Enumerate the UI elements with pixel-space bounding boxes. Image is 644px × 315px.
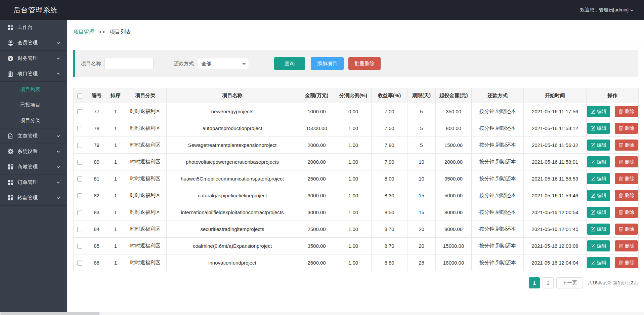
sidebar-item-order[interactable]: 订单管理 bbox=[0, 175, 67, 190]
cell-amount: 2600.00 bbox=[298, 254, 335, 271]
column-header: 操作 bbox=[587, 88, 639, 103]
delete-button[interactable]: 删除 bbox=[615, 224, 638, 235]
chevron-down-icon bbox=[56, 149, 60, 154]
cell-actions: 编辑 删除 bbox=[587, 221, 639, 238]
chevron-down-icon bbox=[56, 165, 60, 169]
header-checkbox-cell bbox=[74, 88, 86, 103]
page-button-2[interactable]: 2 bbox=[543, 277, 554, 288]
pencil-square-icon bbox=[591, 227, 595, 232]
row-checkbox[interactable] bbox=[77, 193, 82, 198]
main-content: 项目管理 >> 项目列表 项目名称 还款方式 全部 查询 添加项目 批量删除 bbox=[67, 20, 644, 315]
column-header: 分润比例(%) bbox=[335, 88, 372, 103]
row-checkbox[interactable] bbox=[77, 160, 82, 165]
edit-button[interactable]: 编辑 bbox=[587, 240, 610, 251]
edit-button[interactable]: 编辑 bbox=[587, 173, 610, 184]
sidebar-item-project[interactable]: 项目管理 bbox=[0, 66, 67, 82]
query-button[interactable]: 查询 bbox=[274, 57, 305, 70]
cell-category: 时时返福利区 bbox=[124, 187, 167, 204]
sidebar-item-mall[interactable]: 商城管理 bbox=[0, 159, 67, 175]
breadcrumb-parent-link[interactable]: 项目管理 bbox=[73, 29, 95, 36]
cell-actions: 编辑 删除 bbox=[587, 187, 639, 204]
table-row: 85 1 时时返福利区 coalmine(0.6mt/a)Expansionpr… bbox=[74, 238, 639, 254]
cell-id: 82 bbox=[86, 187, 107, 204]
edit-button[interactable]: 编辑 bbox=[587, 207, 610, 218]
sidebar-item-finance[interactable]: ¥财务管理 bbox=[0, 51, 67, 66]
cell-project-name: newenergyprojects bbox=[167, 103, 298, 120]
repay-method-select[interactable]: 全部 bbox=[198, 58, 249, 69]
project-name-input[interactable] bbox=[104, 58, 154, 69]
horizontal-scrollbar-thumb[interactable] bbox=[0, 312, 100, 315]
page-button-1[interactable]: 1 bbox=[529, 277, 540, 288]
delete-button[interactable]: 删除 bbox=[615, 123, 638, 134]
table-row: 81 1 时时返福利区 huawei5Gmobilecommunications… bbox=[74, 170, 639, 187]
sidebar-item-wheel[interactable]: 转盘管理 bbox=[0, 190, 67, 206]
delete-button[interactable]: 删除 bbox=[615, 240, 638, 251]
edit-button[interactable]: 编辑 bbox=[587, 123, 610, 134]
row-checkbox[interactable] bbox=[77, 143, 82, 148]
edit-button[interactable]: 编辑 bbox=[587, 106, 610, 117]
row-checkbox[interactable] bbox=[77, 210, 82, 215]
batch-delete-button[interactable]: 批量删除 bbox=[348, 57, 381, 70]
row-checkbox[interactable] bbox=[77, 244, 82, 249]
cell-term: 25 bbox=[407, 254, 436, 271]
sidebar-subitem[interactable]: 项目列表 bbox=[0, 82, 67, 97]
row-checkbox[interactable] bbox=[77, 176, 82, 182]
delete-button[interactable]: 删除 bbox=[615, 173, 638, 184]
row-checkbox[interactable] bbox=[77, 126, 82, 131]
cell-project-name: photovoltaicpowergenerationbaseprojects bbox=[167, 154, 298, 170]
row-checkbox[interactable] bbox=[77, 261, 82, 266]
delete-button[interactable]: 删除 bbox=[615, 190, 638, 201]
sidebar-item-label: 系统设置 bbox=[17, 148, 56, 155]
clipboard-icon bbox=[7, 71, 13, 77]
user-menu[interactable]: 欢迎您，管理员[admin] bbox=[580, 7, 634, 13]
cell-actions: 编辑 删除 bbox=[587, 170, 639, 187]
next-page-button[interactable]: 下一页 bbox=[556, 277, 583, 288]
cell-category: 时时返福利区 bbox=[124, 238, 167, 254]
column-header: 编号 bbox=[86, 88, 107, 103]
delete-button[interactable]: 删除 bbox=[615, 207, 638, 218]
row-checkbox[interactable] bbox=[77, 109, 82, 114]
sidebar-subitem-label: 项目列表 bbox=[20, 86, 60, 93]
delete-button[interactable]: 删除 bbox=[615, 156, 638, 167]
edit-button[interactable]: 编辑 bbox=[587, 257, 610, 268]
add-project-button[interactable]: 添加项目 bbox=[311, 57, 344, 70]
trash-icon bbox=[618, 193, 623, 198]
column-header: 收益率(%) bbox=[372, 88, 407, 103]
trash-icon bbox=[618, 227, 623, 232]
cell-repay-method: 按分钟,到期还本 bbox=[472, 103, 524, 120]
cell-min-invest: 15000.00 bbox=[436, 238, 472, 254]
cell-yield: 8.30 bbox=[372, 187, 407, 204]
sidebar: 工作台会员管理¥财务管理项目管理项目列表已投项目项目分类文章管理系统设置商城管理… bbox=[0, 20, 67, 315]
select-all-checkbox[interactable] bbox=[77, 93, 82, 99]
edit-button[interactable]: 编辑 bbox=[587, 224, 610, 235]
sidebar-item-article[interactable]: 文章管理 bbox=[0, 128, 67, 144]
pencil-square-icon bbox=[591, 176, 595, 181]
cell-category: 时时返福利区 bbox=[124, 137, 167, 154]
cell-project-name: securitiestradingitemprojects bbox=[167, 221, 298, 238]
edit-button[interactable]: 编辑 bbox=[587, 190, 610, 201]
sidebar-item-member[interactable]: 会员管理 bbox=[0, 35, 67, 51]
delete-button[interactable]: 删除 bbox=[615, 106, 638, 117]
delete-button[interactable]: 删除 bbox=[615, 257, 638, 268]
trash-icon bbox=[618, 126, 623, 131]
sidebar-item-settings[interactable]: 系统设置 bbox=[0, 144, 67, 159]
chevron-down-icon bbox=[56, 180, 60, 185]
edit-button[interactable]: 编辑 bbox=[587, 140, 610, 151]
sidebar-item-label: 订单管理 bbox=[17, 179, 56, 186]
sidebar-item-workbench[interactable]: 工作台 bbox=[0, 20, 67, 35]
trash-icon bbox=[618, 109, 623, 114]
cell-profit-ratio: 1.00 bbox=[335, 187, 372, 204]
sidebar-subitem[interactable]: 项目分类 bbox=[0, 113, 67, 128]
row-checkbox[interactable] bbox=[77, 227, 82, 232]
welcome-text: 欢迎您，管理员[admin] bbox=[580, 7, 629, 13]
top-bar: 后台管理系统 欢迎您，管理员[admin] bbox=[0, 0, 644, 20]
cell-start-time: 2021-05-16 11:58:01 bbox=[524, 154, 587, 170]
column-header: 还款方式 bbox=[472, 88, 524, 103]
cell-yield: 8.70 bbox=[372, 221, 407, 238]
cell-profit-ratio: 0.00 bbox=[335, 103, 372, 120]
cell-sort: 1 bbox=[107, 204, 124, 221]
edit-button[interactable]: 编辑 bbox=[587, 156, 610, 167]
sidebar-subitem[interactable]: 已投项目 bbox=[0, 97, 67, 113]
cell-sort: 1 bbox=[107, 154, 124, 170]
delete-button[interactable]: 删除 bbox=[615, 140, 638, 151]
